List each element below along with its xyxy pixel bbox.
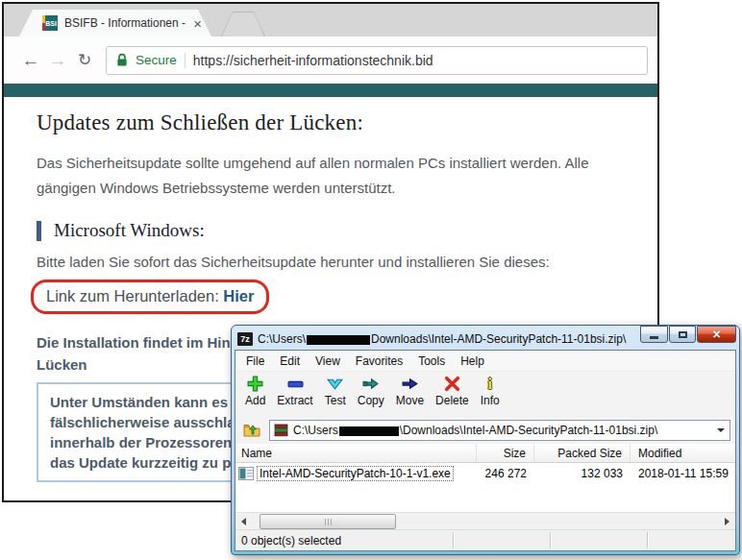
move-button[interactable]: Move bbox=[390, 375, 430, 407]
address-row: C:\Users\Downloads\Intel-AMD-SecurityPat… bbox=[235, 417, 735, 444]
info-button[interactable]: i Info bbox=[475, 375, 506, 407]
menu-file[interactable]: File bbox=[238, 352, 272, 371]
delete-icon bbox=[444, 375, 460, 393]
browser-tab-strip: BSI BSIFB - Informationen - F × bbox=[4, 4, 657, 37]
extract-button[interactable]: Extract bbox=[271, 375, 318, 407]
sevenzip-client-area: File Edit View Favorites Tools Help Add bbox=[235, 350, 736, 551]
browser-toolbar: ← → ↻ Secure https://sicherheit-informat… bbox=[4, 37, 657, 84]
download-label: Link zum Herunterladen: bbox=[46, 287, 223, 304]
maximize-button[interactable] bbox=[669, 326, 696, 343]
status-bar: 0 object(s) selected bbox=[235, 529, 735, 550]
column-header-packed[interactable]: Packed Size bbox=[534, 444, 631, 462]
sevenzip-app-icon: 7z bbox=[237, 332, 253, 346]
menu-bar: File Edit View Favorites Tools Help bbox=[235, 351, 735, 372]
status-separator bbox=[453, 532, 455, 548]
path-combobox[interactable]: C:\Users\Downloads\Intel-AMD-SecurityPat… bbox=[269, 420, 730, 441]
screenshot-canvas: BSI BSIFB - Informationen - F × ← → ↻ Se… bbox=[0, 0, 742, 560]
move-icon bbox=[402, 375, 418, 393]
extract-icon bbox=[287, 375, 304, 393]
file-modified: 2018-01-11 15:59 bbox=[631, 465, 735, 482]
chevron-down-icon bbox=[717, 428, 725, 432]
minimize-button[interactable] bbox=[640, 326, 668, 343]
delete-button[interactable]: Delete bbox=[430, 375, 475, 407]
menu-help[interactable]: Help bbox=[453, 352, 492, 371]
back-icon[interactable]: ← bbox=[17, 51, 44, 69]
status-separator bbox=[647, 532, 649, 548]
redacted-username bbox=[339, 426, 399, 436]
table-row[interactable]: Intel-AMD-SecurityPatch-10-1-v1.exe 246 … bbox=[235, 465, 735, 482]
test-button[interactable]: Test bbox=[319, 375, 352, 407]
menu-edit[interactable]: Edit bbox=[272, 352, 308, 371]
menu-view[interactable]: View bbox=[308, 352, 348, 371]
copy-icon bbox=[362, 375, 379, 393]
page-title: Updates zum Schließen der Lücken: bbox=[37, 110, 363, 135]
file-packed-size: 132 033 bbox=[534, 465, 631, 482]
scroll-left-icon[interactable] bbox=[235, 513, 252, 529]
address-separator bbox=[185, 53, 186, 68]
exe-file-icon bbox=[238, 467, 254, 480]
path-text: C:\Users\Downloads\Intel-AMD-SecurityPat… bbox=[293, 424, 708, 437]
instruction-paragraph: Bitte laden Sie sofort das Sicherheitsup… bbox=[37, 254, 550, 270]
column-header-name[interactable]: Name bbox=[235, 444, 477, 462]
installation-note-line2: Lücken bbox=[37, 353, 231, 376]
redacted-username bbox=[307, 335, 370, 345]
browser-tab[interactable]: BSI BSIFB - Informationen - F × bbox=[19, 10, 211, 37]
site-header-bar bbox=[4, 84, 657, 97]
combobox-dropdown-button[interactable] bbox=[713, 421, 728, 440]
intro-paragraph: Das Sicherheitsupdate sollte umgehend au… bbox=[37, 151, 619, 202]
minimize-icon bbox=[650, 336, 658, 339]
bsi-favicon-icon: BSI bbox=[42, 15, 58, 31]
section-heading: Microsoft Windows: bbox=[54, 220, 205, 241]
scrollbar-thumb[interactable] bbox=[260, 514, 396, 529]
titlebar-drag-area[interactable]: 7z C:\Users\Downloads\Intel-AMD-Security… bbox=[235, 329, 736, 350]
download-link[interactable]: Hier bbox=[223, 287, 254, 304]
window-title: C:\Users\Downloads\Intel-AMD-SecurityPat… bbox=[258, 332, 634, 346]
close-icon: × bbox=[712, 328, 720, 341]
scrollbar-track[interactable] bbox=[252, 513, 719, 529]
lock-icon[interactable] bbox=[116, 53, 128, 67]
secure-badge[interactable]: Secure bbox=[136, 53, 177, 67]
status-separator bbox=[550, 532, 552, 548]
menu-tools[interactable]: Tools bbox=[410, 352, 453, 371]
scroll-right-icon[interactable] bbox=[719, 513, 735, 529]
test-icon bbox=[327, 375, 343, 393]
url-text[interactable]: https://sicherheit-informationstechnik.b… bbox=[193, 53, 433, 68]
toolbar: Add Extract Test bbox=[235, 372, 735, 417]
file-list: Intel-AMD-SecurityPatch-10-1-v1.exe 246 … bbox=[235, 463, 735, 512]
horizontal-scrollbar[interactable] bbox=[235, 512, 735, 529]
new-tab-button[interactable] bbox=[221, 12, 265, 37]
reload-icon[interactable]: ↻ bbox=[71, 52, 98, 68]
red-highlight-annotation: Link zum Herunterladen: Hier bbox=[31, 280, 269, 314]
address-bar[interactable]: Secure https://sicherheit-informationste… bbox=[106, 46, 648, 75]
info-icon: i bbox=[488, 377, 492, 392]
archive-icon bbox=[274, 424, 288, 437]
maximize-icon bbox=[679, 331, 687, 338]
forward-icon: → bbox=[44, 51, 71, 69]
installation-note-line1: Die Installation findet im Hin bbox=[37, 331, 231, 353]
tab-close-icon[interactable]: × bbox=[193, 16, 202, 31]
menu-favorites[interactable]: Favorites bbox=[348, 352, 410, 371]
sevenzip-window: 7z C:\Users\Downloads\Intel-AMD-Security… bbox=[231, 325, 740, 555]
column-header-size[interactable]: Size bbox=[477, 444, 534, 462]
add-icon bbox=[247, 375, 263, 393]
folder-up-icon bbox=[243, 423, 260, 438]
caption-buttons: × bbox=[639, 326, 736, 343]
file-name[interactable]: Intel-AMD-SecurityPatch-10-1-v1.exe bbox=[257, 466, 454, 481]
installation-note: Die Installation findet im Hin Lücken bbox=[37, 331, 231, 377]
copy-button[interactable]: Copy bbox=[352, 375, 390, 407]
status-text: 0 object(s) selected bbox=[241, 534, 341, 548]
heading-accent-bar bbox=[37, 221, 41, 241]
tab-title: BSIFB - Informationen - F bbox=[64, 16, 186, 30]
section-heading-row: Microsoft Windows: bbox=[37, 220, 205, 241]
file-size: 246 272 bbox=[477, 465, 534, 482]
parent-folder-button[interactable] bbox=[240, 420, 263, 441]
close-button[interactable]: × bbox=[697, 326, 736, 343]
column-header-modified[interactable]: Modified bbox=[631, 444, 735, 462]
column-header-row: Name Size Packed Size Modified bbox=[235, 444, 735, 463]
add-button[interactable]: Add bbox=[239, 375, 271, 407]
